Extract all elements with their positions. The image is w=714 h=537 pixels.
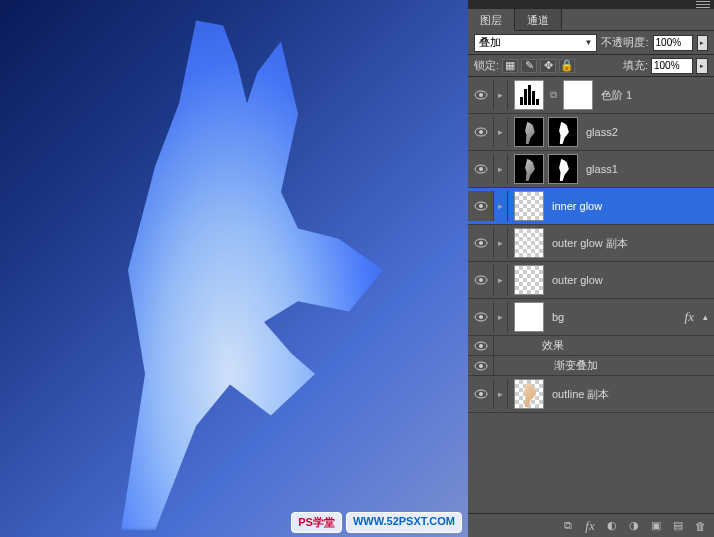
new-layer-icon[interactable]: ▤ xyxy=(670,518,686,534)
opacity-stepper[interactable]: ▸ xyxy=(697,35,708,51)
expand-toggle[interactable]: ▸ xyxy=(494,228,508,258)
eye-icon xyxy=(474,201,488,211)
lock-fill-row: 锁定: ▦ ✎ ✥ 🔒 填充: 100% ▸ xyxy=(468,55,714,77)
effects-sublist: 效果 渐变叠加 xyxy=(468,336,714,376)
new-group-icon[interactable]: ▣ xyxy=(648,518,664,534)
fill-input[interactable]: 100% xyxy=(651,58,693,74)
expand-toggle[interactable]: ▸ xyxy=(494,302,508,332)
effect-row-effects[interactable]: 效果 xyxy=(468,336,714,356)
svg-point-19 xyxy=(479,392,483,396)
layer-row-inner-glow[interactable]: ▸ inner glow xyxy=(468,188,714,225)
visibility-toggle[interactable] xyxy=(468,265,494,295)
canvas-area xyxy=(0,0,468,537)
canvas-artwork xyxy=(60,10,400,530)
opacity-label: 不透明度: xyxy=(601,35,648,50)
visibility-toggle[interactable] xyxy=(468,356,494,376)
layer-name[interactable]: outer glow xyxy=(544,274,603,286)
svg-point-9 xyxy=(479,241,483,245)
lock-position-icon[interactable]: ✥ xyxy=(540,59,556,73)
layer-row-outer-glow-copy[interactable]: ▸ outer glow 副本 xyxy=(468,225,714,262)
layer-row-outer-glow[interactable]: ▸ outer glow xyxy=(468,262,714,299)
layer-name[interactable]: 色阶 1 xyxy=(593,88,632,103)
layer-name[interactable]: glass1 xyxy=(578,163,618,175)
layer-row-glass1[interactable]: ▸ glass1 xyxy=(468,151,714,188)
effect-label: 渐变叠加 xyxy=(494,358,598,373)
add-mask-icon[interactable]: ◐ xyxy=(604,518,620,534)
svg-point-11 xyxy=(479,278,483,282)
layer-thumb xyxy=(514,302,544,332)
expand-toggle[interactable]: ▸ xyxy=(494,117,508,147)
layers-bottom-bar: ⧉ fx ◐ ◑ ▣ ▤ 🗑 xyxy=(468,513,714,537)
layer-thumb xyxy=(514,265,544,295)
layer-row-outline-copy[interactable]: ▸ outline 副本 xyxy=(468,376,714,413)
eye-icon xyxy=(474,275,488,285)
link-icon: ⧉ xyxy=(548,89,559,101)
fill-stepper[interactable]: ▸ xyxy=(696,58,708,74)
layer-thumb xyxy=(514,191,544,221)
delete-layer-icon[interactable]: 🗑 xyxy=(692,518,708,534)
layer-row-levels[interactable]: ▸ ⧉ 色阶 1 xyxy=(468,77,714,114)
watermark: PS学堂 WWW.52PSXT.COM xyxy=(291,512,462,533)
eye-icon xyxy=(474,90,488,100)
panel-menu-icon[interactable] xyxy=(696,1,710,8)
mask-thumb xyxy=(548,117,578,147)
tab-layers[interactable]: 图层 xyxy=(468,9,515,31)
visibility-toggle[interactable] xyxy=(468,117,494,147)
blend-opacity-row: 叠加 ▼ 不透明度: 100% ▸ xyxy=(468,31,714,55)
svg-point-7 xyxy=(479,204,483,208)
svg-point-15 xyxy=(479,344,483,348)
layer-style-icon[interactable]: fx xyxy=(582,518,598,534)
panel-tabs: 图层 通道 xyxy=(468,9,714,31)
layer-row-bg[interactable]: ▸ bg fx ▴ xyxy=(468,299,714,336)
adjustment-layer-icon[interactable]: ◑ xyxy=(626,518,642,534)
eye-icon xyxy=(474,127,488,137)
layer-name[interactable]: outer glow 副本 xyxy=(544,236,628,251)
expand-toggle[interactable]: ▸ xyxy=(494,191,508,221)
svg-point-5 xyxy=(479,167,483,171)
visibility-toggle[interactable] xyxy=(468,228,494,258)
layer-thumb xyxy=(514,117,544,147)
blend-mode-select[interactable]: 叠加 ▼ xyxy=(474,34,597,52)
watermark-url: WWW.52PSXT.COM xyxy=(346,512,462,533)
link-layers-icon[interactable]: ⧉ xyxy=(560,518,576,534)
fx-collapse-icon[interactable]: ▴ xyxy=(703,312,708,322)
eye-icon xyxy=(474,341,488,351)
layer-name[interactable]: glass2 xyxy=(578,126,618,138)
visibility-toggle[interactable] xyxy=(468,154,494,184)
mask-thumb xyxy=(548,154,578,184)
lock-transparency-icon[interactable]: ▦ xyxy=(502,59,518,73)
eye-icon xyxy=(474,238,488,248)
expand-toggle[interactable]: ▸ xyxy=(494,265,508,295)
effect-row-gradient-overlay[interactable]: 渐变叠加 xyxy=(468,356,714,376)
opacity-input[interactable]: 100% xyxy=(653,35,693,51)
layer-thumb xyxy=(514,379,544,409)
expand-toggle[interactable]: ▸ xyxy=(494,154,508,184)
lock-label: 锁定: xyxy=(474,58,499,73)
adjustment-thumb xyxy=(514,80,544,110)
visibility-toggle[interactable] xyxy=(468,336,494,356)
svg-point-17 xyxy=(479,364,483,368)
layer-list: ▸ ⧉ 色阶 1 ▸ glass2 ▸ glass1 xyxy=(468,77,714,513)
layers-panel: 图层 通道 叠加 ▼ 不透明度: 100% ▸ 锁定: ▦ ✎ ✥ 🔒 填充: … xyxy=(468,0,714,537)
eye-icon xyxy=(474,361,488,371)
chevron-down-icon: ▼ xyxy=(585,38,593,47)
layer-name[interactable]: inner glow xyxy=(544,200,602,212)
lock-pixels-icon[interactable]: ✎ xyxy=(521,59,537,73)
visibility-toggle[interactable] xyxy=(468,80,494,110)
visibility-toggle[interactable] xyxy=(468,191,494,221)
layer-row-glass2[interactable]: ▸ glass2 xyxy=(468,114,714,151)
expand-toggle[interactable]: ▸ xyxy=(494,379,508,409)
eye-icon xyxy=(474,389,488,399)
layer-name[interactable]: outline 副本 xyxy=(544,387,609,402)
expand-toggle[interactable]: ▸ xyxy=(494,80,508,110)
layer-name[interactable]: bg xyxy=(544,311,564,323)
tab-channels[interactable]: 通道 xyxy=(515,9,562,30)
visibility-toggle[interactable] xyxy=(468,302,494,332)
blend-mode-value: 叠加 xyxy=(479,35,501,50)
eye-icon xyxy=(474,164,488,174)
lock-all-icon[interactable]: 🔒 xyxy=(559,59,575,73)
fill-label: 填充: xyxy=(623,58,648,73)
panel-grip[interactable] xyxy=(468,0,714,9)
visibility-toggle[interactable] xyxy=(468,379,494,409)
mask-thumb xyxy=(563,80,593,110)
